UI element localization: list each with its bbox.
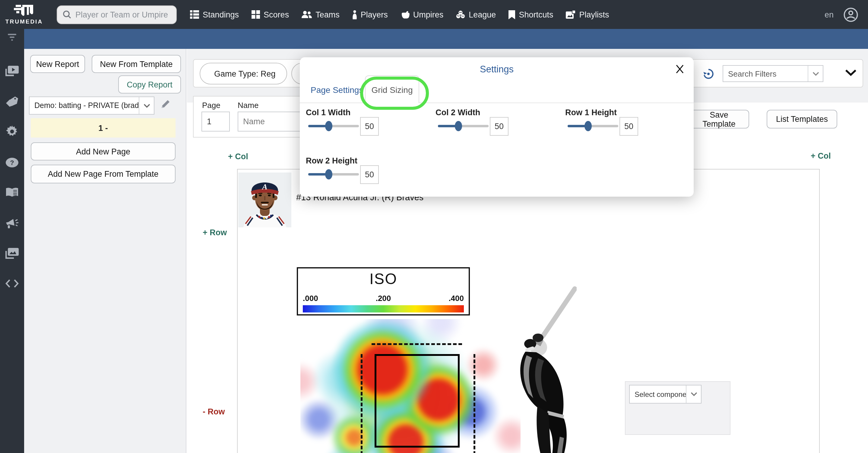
collapse-filterbar-chevron-icon[interactable] [845, 69, 857, 76]
add-new-page-from-template-button[interactable]: Add New Page From Template [31, 165, 176, 183]
list-templates-button[interactable]: List Templates [767, 110, 837, 128]
report-select-value: Demo: batting - PRIVATE (brad... [30, 97, 139, 114]
slider-thumb[interactable] [325, 169, 332, 179]
left-icon-rail: ? [0, 29, 24, 453]
chevron-down-icon [808, 66, 823, 82]
select-component-value: Select component [630, 386, 686, 403]
nav-label: Playlists [579, 10, 609, 19]
settings-modal: Settings Page Settings Grid Sizing Col 1… [300, 57, 694, 197]
announcements-icon[interactable] [5, 216, 19, 230]
save-template-button[interactable]: Save Template [689, 110, 749, 128]
add-col-right-link[interactable]: + Col [811, 151, 831, 160]
report-canvas: A #13 Ronald Acuña Jr. (R) Braves ISO .0… [237, 169, 820, 453]
filter-chip-game-type[interactable]: Game Type: Reg [200, 63, 287, 85]
trumedia-logo[interactable]: TRUMEDIA [0, 0, 48, 29]
search-icon [63, 10, 71, 19]
nav-standings[interactable]: Standings [190, 10, 239, 19]
nav-playlists[interactable]: Playlists [566, 10, 609, 19]
iso-legend-ticks: .000 .200 .400 [303, 294, 464, 303]
col2-width-input[interactable] [490, 117, 508, 136]
page-list-item-label: 1 - [98, 123, 108, 132]
slider-thumb[interactable] [455, 121, 462, 131]
row1-height-input[interactable] [619, 117, 638, 136]
filter-chip-label: Game Type: Reg [214, 69, 276, 78]
slider-thumb[interactable] [584, 121, 591, 131]
page-number-input[interactable] [202, 112, 230, 131]
standings-icon [190, 10, 199, 19]
new-from-template-button[interactable]: New From Template [92, 55, 181, 73]
nav-teams[interactable]: Teams [302, 10, 340, 19]
nav-umpires[interactable]: Umpires [401, 10, 444, 19]
new-report-button[interactable]: New Report [30, 55, 85, 73]
svg-text:A: A [261, 182, 267, 191]
nav-league[interactable]: League [456, 10, 496, 19]
teams-icon [302, 10, 312, 19]
report-select[interactable]: Demo: batting - PRIVATE (brad... [29, 96, 154, 115]
select-component-dropdown[interactable]: Select component [629, 385, 702, 403]
shadow-zone-top-line [372, 343, 462, 345]
help-icon[interactable]: ? [5, 156, 19, 169]
page-column-label: Page [202, 101, 220, 110]
nav-right: en [825, 7, 868, 22]
nav-label: Shortcuts [519, 10, 553, 19]
iso-legend: ISO .000 .200 .400 [297, 267, 470, 315]
col1-width-label: Col 1 Width [306, 108, 350, 117]
tags-icon[interactable] [5, 95, 19, 108]
nav-label: Teams [315, 10, 340, 19]
row2-height-slider[interactable] [308, 170, 359, 179]
top-nav: TRUMEDIA Player or Team or Umpire Standi… [0, 0, 868, 29]
row1-height-slider[interactable] [568, 121, 618, 131]
tab-page-settings[interactable]: Page Settings [311, 85, 363, 95]
col1-width-slider[interactable] [308, 121, 359, 131]
modal-tabs-divider [300, 102, 694, 103]
settings-gear-icon[interactable] [5, 125, 19, 138]
shadow-zone-left-line [361, 354, 363, 453]
video-playlists-icon[interactable] [5, 64, 19, 78]
nav-scores[interactable]: Scores [251, 10, 289, 19]
close-icon[interactable] [674, 63, 685, 74]
iso-tick-max: .400 [448, 294, 464, 303]
search-filters-value: Search Filters [723, 66, 808, 82]
filter-history-icon[interactable] [703, 68, 714, 80]
media-gallery-icon[interactable] [5, 247, 19, 260]
iso-tick-min: .000 [303, 294, 318, 303]
app-root: TRUMEDIA Player or Team or Umpire Standi… [0, 0, 868, 453]
search-filters-select[interactable]: Search Filters [723, 65, 824, 82]
edit-report-pencil-icon[interactable] [160, 99, 171, 109]
iso-colorbar [303, 305, 464, 312]
nav-label: League [469, 10, 496, 19]
add-row-link[interactable]: + Row [203, 228, 227, 237]
tab-grid-sizing[interactable]: Grid Sizing [365, 76, 419, 103]
nav-shortcuts[interactable]: Shortcuts [508, 10, 553, 19]
col2-width-slider[interactable] [438, 121, 489, 131]
add-new-page-button[interactable]: Add New Page [31, 142, 176, 160]
players-icon [352, 10, 357, 19]
add-col-left-link[interactable]: + Col [228, 152, 248, 161]
locale-label[interactable]: en [825, 10, 834, 19]
row1-height-label: Row 1 Height [565, 108, 617, 117]
row2-height-input[interactable] [360, 165, 379, 184]
filter-icon[interactable] [5, 31, 19, 44]
search-placeholder: Player or Team or Umpire [75, 10, 168, 19]
nav-items: Standings Scores Teams Pl [190, 10, 609, 19]
copy-report-button[interactable]: Copy Report [118, 76, 181, 93]
trumedia-logo-icon [14, 4, 34, 18]
remove-row-link[interactable]: - Row [203, 407, 225, 416]
shortcuts-icon [508, 10, 515, 19]
user-avatar-icon[interactable] [843, 7, 858, 22]
report-panel: New Report New From Template Copy Report… [24, 49, 186, 453]
name-column-label: Name [238, 101, 258, 110]
slider-thumb[interactable] [325, 121, 332, 131]
iso-legend-title: ISO [298, 270, 469, 288]
glossary-book-icon[interactable] [5, 186, 19, 199]
strike-zone-outline [375, 354, 460, 448]
nav-label: Umpires [413, 10, 444, 19]
shadow-zone-right-line [473, 354, 475, 453]
col1-width-input[interactable] [360, 117, 379, 136]
global-search[interactable]: Player or Team or Umpire [57, 5, 177, 24]
nav-label: Standings [203, 10, 239, 19]
page-list-item-1[interactable]: 1 - [31, 118, 176, 138]
nav-players[interactable]: Players [352, 10, 388, 19]
embed-code-icon[interactable] [5, 277, 19, 290]
page-title-bar [24, 29, 868, 49]
